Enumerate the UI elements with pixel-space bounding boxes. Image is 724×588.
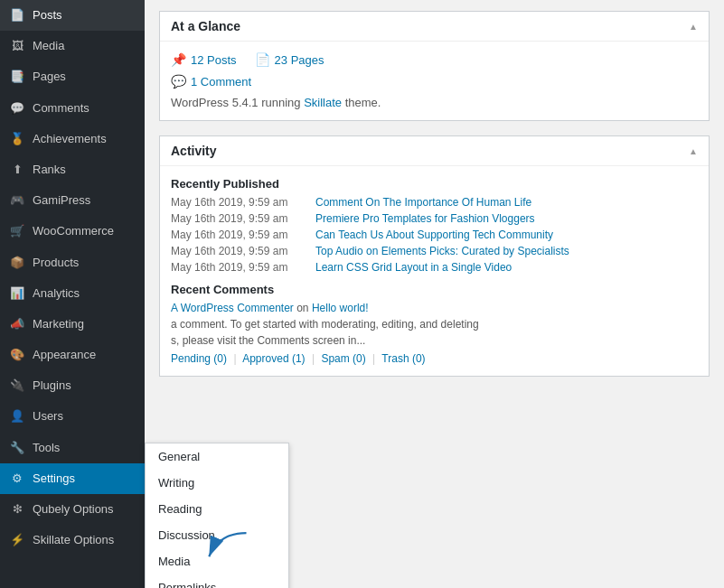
wp-status-suffix: theme. <box>342 96 381 109</box>
dropdown-item-reading[interactable]: Reading <box>146 496 288 522</box>
qubely-icon: ❇ <box>9 501 25 518</box>
posts-count-link[interactable]: 12 Posts <box>191 53 237 67</box>
at-a-glance-widget: At a Glance ▲ 📌 12 Posts 📄 23 Pages 💬 1 … <box>159 11 710 121</box>
sidebar-label-tools: Tools <box>33 440 60 456</box>
sidebar-label-pages: Pages <box>33 69 66 85</box>
spam-link[interactable]: Spam (0) <box>321 352 365 365</box>
at-a-glance-header: At a Glance ▲ <box>160 12 709 42</box>
sidebar-item-posts[interactable]: 📄 Posts <box>0 0 145 31</box>
sidebar-label-gamipress: GamiPress <box>33 192 90 209</box>
woocommerce-icon: 🛒 <box>9 223 25 239</box>
sidebar-item-skillate[interactable]: ⚡ Skillate Options <box>0 525 145 555</box>
thumbtack-icon: 📌 <box>171 52 186 67</box>
separator1: | <box>233 352 236 365</box>
activity-content: Recently Published May 16th 2019, 9:59 a… <box>160 166 709 376</box>
pages-count[interactable]: 📄 23 Pages <box>255 52 324 67</box>
sidebar-item-settings[interactable]: ⚙ Settings <box>0 463 145 494</box>
appearance-icon: 🎨 <box>9 347 25 363</box>
sidebar-item-marketing[interactable]: 📣 Marketing <box>0 309 145 340</box>
approved-link[interactable]: Approved (1) <box>242 352 305 365</box>
recent-comments-label: Recent Comments <box>171 283 698 296</box>
sidebar-label-marketing: Marketing <box>33 316 84 332</box>
sidebar-item-qubely[interactable]: ❇ Qubely Options <box>0 494 145 525</box>
pages-count-link[interactable]: 23 Pages <box>275 53 324 67</box>
sidebar-item-products[interactable]: 📦 Products <box>0 247 145 278</box>
sidebar-label-posts: Posts <box>33 7 62 23</box>
pending-link[interactable]: Pending (0) <box>171 352 227 365</box>
activity-row: May 16th 2019, 9:59 am Premiere Pro Temp… <box>171 212 698 225</box>
at-a-glance-chevron[interactable]: ▲ <box>689 22 698 32</box>
dropdown-item-general[interactable]: General <box>146 443 288 470</box>
sidebar-item-appearance[interactable]: 🎨 Appearance <box>0 340 145 370</box>
sidebar: 📄 Posts 🖼 Media 📑 Pages 💬 Comments 🏅 Ach… <box>0 0 145 588</box>
comment-author-link[interactable]: A WordPress Commenter <box>171 302 294 314</box>
sidebar-item-gamipress[interactable]: 🎮 GamiPress <box>0 185 145 216</box>
at-a-glance-title: At a Glance <box>171 19 240 33</box>
activity-header: Activity ▲ <box>160 136 709 166</box>
sidebar-label-users: Users <box>33 408 63 425</box>
comment-on-text: on <box>296 302 308 314</box>
plugins-icon: 🔌 <box>9 378 25 394</box>
activity-time: May 16th 2019, 9:59 am <box>171 261 306 274</box>
activity-post-link[interactable]: Learn CSS Grid Layout in a Single Video <box>315 261 512 274</box>
comment-post-link[interactable]: Hello world! <box>312 302 369 314</box>
sidebar-item-achievements[interactable]: 🏅 Achievements <box>0 124 145 154</box>
dropdown-item-discussion[interactable]: Discussion <box>146 522 288 548</box>
comments-count[interactable]: 💬 1 Comment <box>171 74 251 89</box>
comment-moderation: a comment. To get started with moderatin… <box>171 318 698 331</box>
activity-post-link[interactable]: Premiere Pro Templates for Fashion Vlogg… <box>315 212 535 225</box>
sidebar-item-ranks[interactable]: ⬆ Ranks <box>0 154 145 185</box>
sidebar-label-appearance: Appearance <box>33 347 96 363</box>
pages-icon: 📄 <box>255 52 270 67</box>
achievements-icon: 🏅 <box>9 131 25 147</box>
wp-status: WordPress 5.4.1 running Skillate theme. <box>171 96 698 109</box>
sidebar-item-pages[interactable]: 📑 Pages <box>0 61 145 92</box>
sidebar-label-products: Products <box>33 255 79 271</box>
activity-post-link[interactable]: Can Teach Us About Supporting Tech Commu… <box>315 229 553 241</box>
comments-icon: 💬 <box>9 100 25 117</box>
trash-link[interactable]: Trash (0) <box>381 352 425 365</box>
sidebar-label-ranks: Ranks <box>33 162 66 178</box>
comment-icon: 💬 <box>171 74 186 89</box>
sidebar-item-woocommerce[interactable]: 🛒 WooCommerce <box>0 216 145 247</box>
posts-count[interactable]: 📌 12 Posts <box>171 52 237 67</box>
sidebar-label-comments: Comments <box>33 100 89 117</box>
activity-post-link[interactable]: Comment On The Importance Of Human Life <box>315 196 531 209</box>
dropdown-item-permalinks[interactable]: Permalinks <box>146 574 288 588</box>
activity-row: May 16th 2019, 9:59 am Comment On The Im… <box>171 196 698 209</box>
analytics-icon: 📊 <box>9 285 25 302</box>
sidebar-item-comments[interactable]: 💬 Comments <box>0 93 145 124</box>
media-icon: 🖼 <box>9 38 25 54</box>
activity-post-link[interactable]: Top Audio on Elements Picks: Curated by … <box>315 245 569 257</box>
activity-time: May 16th 2019, 9:59 am <box>171 229 306 241</box>
at-a-glance-content: 📌 12 Posts 📄 23 Pages 💬 1 Comment WordPr… <box>160 42 709 120</box>
tools-icon: 🔧 <box>9 440 25 456</box>
settings-icon: ⚙ <box>9 471 25 487</box>
wp-status-text: WordPress 5.4.1 running <box>171 96 304 109</box>
sidebar-item-media[interactable]: 🖼 Media <box>0 31 145 61</box>
comment-actions: Pending (0) | Approved (1) | Spam (0) | … <box>171 352 698 365</box>
comment-row: A WordPress Commenter on Hello world! <box>171 302 698 314</box>
gamipress-icon: 🎮 <box>9 192 25 209</box>
sidebar-label-analytics: Analytics <box>33 285 80 302</box>
comments-count-link[interactable]: 1 Comment <box>191 75 251 89</box>
sidebar-item-users[interactable]: 👤 Users <box>0 401 145 432</box>
recently-published-label: Recently Published <box>171 177 698 191</box>
sidebar-label-media: Media <box>33 38 64 54</box>
separator2: | <box>312 352 315 365</box>
sidebar-label-plugins: Plugins <box>33 378 71 394</box>
sidebar-label-woocommerce: WooCommerce <box>33 223 114 239</box>
theme-link[interactable]: Skillate <box>304 96 342 109</box>
sidebar-item-plugins[interactable]: 🔌 Plugins <box>0 370 145 401</box>
separator3: | <box>372 352 375 365</box>
activity-time: May 16th 2019, 9:59 am <box>171 212 306 225</box>
activity-posts-list: May 16th 2019, 9:59 am Comment On The Im… <box>171 196 698 274</box>
ranks-icon: ⬆ <box>9 162 25 178</box>
glance-comments: 💬 1 Comment <box>171 74 698 89</box>
sidebar-item-analytics[interactable]: 📊 Analytics <box>0 278 145 309</box>
dropdown-item-writing[interactable]: Writing <box>146 470 288 496</box>
sidebar-item-tools[interactable]: 🔧 Tools <box>0 433 145 463</box>
activity-chevron[interactable]: ▲ <box>689 146 698 156</box>
users-icon: 👤 <box>9 409 25 425</box>
dropdown-item-media[interactable]: Media <box>146 548 288 574</box>
